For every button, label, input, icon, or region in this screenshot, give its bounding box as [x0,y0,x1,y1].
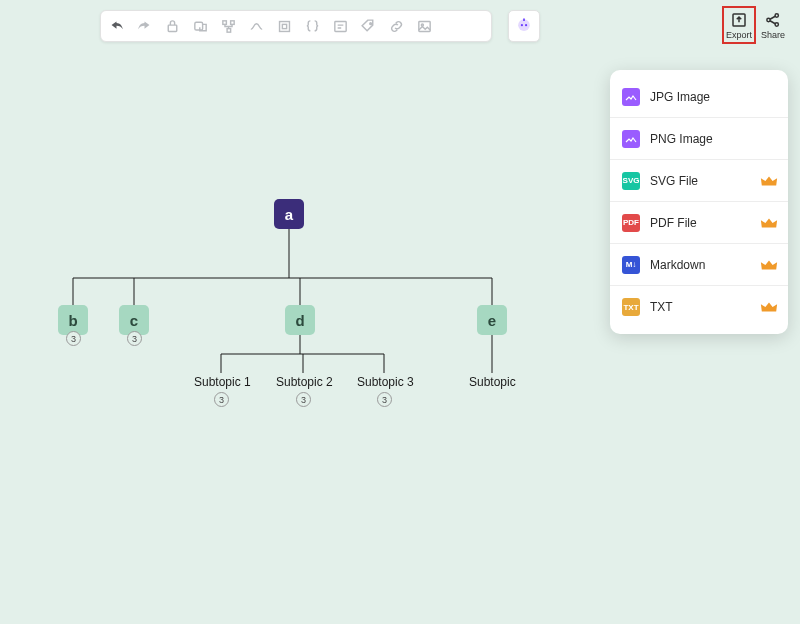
svg-point-16 [767,18,770,21]
svg-rect-5 [279,21,289,31]
svg-point-13 [525,24,527,26]
svg-rect-6 [282,24,286,28]
text-icon[interactable] [331,17,349,35]
redo-icon[interactable] [135,17,153,35]
menu-label: Markdown [650,258,705,272]
toolbar [100,10,492,42]
premium-icon [760,300,778,314]
tag-icon[interactable] [359,17,377,35]
menu-item-jpg[interactable]: JPG Image [610,76,788,118]
svg-icon: SVG [622,172,640,190]
share-button[interactable]: Share [756,6,790,44]
png-icon [622,130,640,148]
count-badge: 3 [66,331,81,346]
markdown-icon: M↓ [622,256,640,274]
svg-point-12 [521,24,523,26]
subtopic-node[interactable]: Subtopic 1 [194,375,251,389]
jpg-icon [622,88,640,106]
svg-rect-14 [523,19,525,22]
svg-point-11 [518,19,530,31]
menu-item-txt[interactable]: TXT TXT [610,286,788,328]
menu-item-svg[interactable]: SVG SVG File [610,160,788,202]
frame-icon[interactable] [275,17,293,35]
premium-icon [760,174,778,188]
child-node-e[interactable]: e [477,305,507,335]
txt-icon: TXT [622,298,640,316]
count-badge: 3 [127,331,142,346]
menu-item-md[interactable]: M↓ Markdown [610,244,788,286]
branch-icon[interactable] [219,17,237,35]
svg-rect-7 [334,21,345,31]
premium-icon [760,216,778,230]
lock-icon[interactable] [163,17,181,35]
count-badge: 3 [377,392,392,407]
image-icon[interactable] [415,17,433,35]
child-node-d[interactable]: d [285,305,315,335]
svg-rect-3 [230,20,234,24]
svg-rect-19 [625,91,637,103]
undo-icon[interactable] [107,17,125,35]
svg-point-8 [369,22,371,24]
count-badge: 3 [214,392,229,407]
menu-label: PNG Image [650,132,713,146]
menu-label: PDF File [650,216,697,230]
svg-point-17 [775,13,778,16]
svg-rect-2 [222,20,226,24]
menu-label: TXT [650,300,673,314]
svg-rect-9 [418,21,429,31]
subtopic-node[interactable]: Subtopic 2 [276,375,333,389]
share-label: Share [761,30,785,40]
premium-icon [760,258,778,272]
svg-rect-1 [194,22,202,30]
pdf-icon: PDF [622,214,640,232]
export-label: Export [726,30,752,40]
svg-point-18 [775,22,778,25]
svg-rect-0 [168,25,177,31]
braces-icon[interactable] [303,17,321,35]
subtopic-node[interactable]: Subtopic [469,375,516,389]
subtopic-node[interactable]: Subtopic 3 [357,375,414,389]
ai-button[interactable] [508,10,540,42]
path-icon[interactable] [247,17,265,35]
menu-label: JPG Image [650,90,710,104]
shape-edit-icon[interactable] [191,17,209,35]
link-icon[interactable] [387,17,405,35]
menu-label: SVG File [650,174,698,188]
menu-item-pdf[interactable]: PDF PDF File [610,202,788,244]
top-right-actions: Export Share [722,6,790,44]
count-badge: 3 [296,392,311,407]
svg-rect-4 [227,28,231,32]
root-node[interactable]: a [274,199,304,229]
export-button[interactable]: Export [722,6,756,44]
export-menu: JPG Image PNG Image SVG SVG File PDF PDF… [610,70,788,334]
menu-item-png[interactable]: PNG Image [610,118,788,160]
